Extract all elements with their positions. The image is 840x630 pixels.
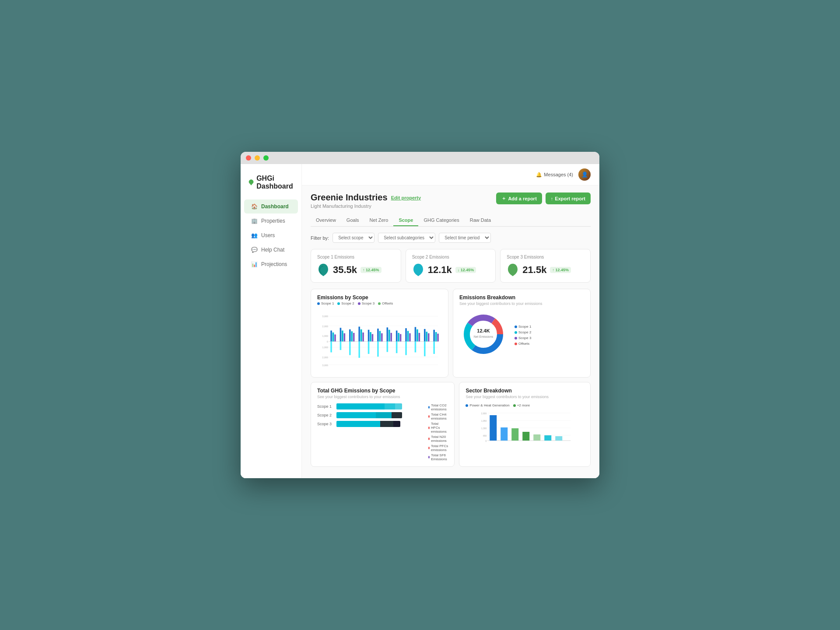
seg-ch4-s3 [380,421,393,427]
donut-offsets-label: Offsets [518,342,529,346]
plus-icon: ＋ [501,195,506,202]
donut-legend-offsets: Offsets [514,342,531,346]
stacked-row-scope1: Scope 1 [317,403,424,410]
tab-goals[interactable]: Goals [341,215,364,226]
chart-icon: 📊 [251,261,258,267]
ghg-legend-hfc: Total HFCs emissions [428,422,448,434]
window-chrome [241,152,599,164]
svg-rect-54 [424,329,426,342]
edit-property-link[interactable]: Edit property [391,195,421,200]
svg-rect-61 [330,341,332,352]
avatar-image: 👤 [578,168,591,181]
svg-rect-60 [437,334,439,342]
offsets-color-dot [378,302,381,305]
svg-rect-38 [387,327,388,341]
page-title-section: Greenie Industries Edit property Light M… [311,192,421,209]
donut-legend-scope1: Scope 1 [514,325,531,329]
scope-2-title: Scope 2 Emissions [412,255,490,259]
pfc-label: Total PFCs emissions [431,444,448,452]
tab-ghg-categories[interactable]: GHG Categories [418,215,464,226]
tab-scope[interactable]: Scope [393,215,418,226]
add-report-button[interactable]: ＋ Add a report [496,192,542,204]
close-btn[interactable] [246,155,251,161]
stacked-label-scope3: Scope 3 [317,422,334,426]
svg-rect-48 [409,333,411,342]
svg-text:Net Emissions: Net Emissions [474,335,494,338]
svg-rect-43 [398,333,399,342]
timeperiod-filter[interactable]: Select time period [439,233,491,243]
scope-1-body: 35.5k ↑ 12.45% [317,263,395,277]
svg-rect-31 [370,332,371,341]
svg-rect-92 [523,432,530,441]
stacked-row-scope2: Scope 2 [317,412,424,418]
svg-rect-95 [556,436,563,441]
scope-1-leaf-icon [317,263,329,277]
svg-text:1,950: 1,950 [481,420,487,422]
scope-3-badge: ↑ 12.45% [550,267,571,273]
sidebar-item-label: Properties [261,218,285,224]
sidebar-item-users[interactable]: 👥 Users [241,228,301,242]
svg-rect-39 [388,330,390,342]
donut-scope3-dot [514,337,517,340]
n2o-label: Total N20 emissions [431,435,448,443]
svg-rect-66 [377,341,379,357]
svg-rect-89 [490,415,497,441]
home-icon: 🏠 [251,203,258,210]
donut-legend-scope3: Scope 3 [514,336,531,340]
donut-scope3-label: Scope 3 [518,336,531,340]
avatar[interactable]: 👤 [578,168,591,181]
scope1-legend-label: Scope 1 [321,301,334,305]
scope-1-title: Scope 1 Emissions [317,255,395,259]
more-dot [513,404,516,407]
seg-hfc-s1 [395,403,402,410]
chat-icon: 💬 [251,247,258,253]
scope2-legend-label: Scope 2 [341,301,354,305]
svg-rect-40 [390,333,392,342]
svg-text:1,000: 1,000 [322,335,328,337]
seg-ch4-s2 [376,412,392,418]
export-report-button[interactable]: ↑ Export report [546,192,591,204]
scope1-color-dot [317,302,320,305]
donut-scope1-label: Scope 1 [518,325,531,329]
hfc-label: Total HFCs emissions [431,422,448,434]
tab-raw-data[interactable]: Raw Data [465,215,496,226]
header-actions: ＋ Add a report ↑ Export report [496,192,591,204]
emissions-by-scope-title: Emissions by Scope [317,294,442,301]
scope-1-card: Scope 1 Emissions 35.5k ↑ 12.45% [311,249,401,283]
sf6-label: Total SF6 Emissions [431,453,448,461]
co2-dot [428,406,430,409]
logo-text: GHGi Dashboard [256,175,294,190]
scope-1-value: 35.5k [333,264,357,276]
legend-scope1: Scope 1 [317,301,334,305]
svg-rect-32 [372,334,374,342]
svg-rect-30 [368,330,370,342]
donut-scope1-dot [514,326,517,328]
sidebar-item-help-chat[interactable]: 💬 Help Chat [241,243,301,257]
page-subtitle: Light Manufacturing Industry [311,203,421,209]
scope-3-body: 21.5k ↑ 12.45% [507,263,584,277]
tab-netzero[interactable]: Net Zero [364,215,394,226]
scope-2-body: 12.1k ↓ 12.45% [412,263,490,277]
sidebar-item-dashboard[interactable]: 🏠 Dashboard [241,200,301,214]
sidebar-item-projections[interactable]: 📊 Projections [241,257,301,271]
export-icon: ↑ [551,196,553,201]
notifications[interactable]: 🔔 Messages (4) [536,172,573,178]
minimize-btn[interactable] [255,155,260,161]
tab-overview[interactable]: Overview [311,215,341,226]
scope-filter[interactable]: Select scope [332,233,374,243]
maximize-btn[interactable] [263,155,269,161]
svg-rect-14 [330,331,332,342]
donut-container: 12.4K Net Emissions Scope 1 [459,310,584,360]
sidebar-item-properties[interactable]: 🏢 Properties [241,214,301,228]
scope-2-leaf-icon [412,263,424,277]
svg-rect-26 [358,327,360,342]
ghg-legend-pfc: Total PFCs emissions [428,444,448,452]
svg-rect-52 [419,333,420,342]
donut-scope2-label: Scope 2 [518,330,531,334]
ch4-label: Total CH4 emissions [431,413,448,420]
donut-chart-svg: 12.4K Net Emissions [459,310,508,358]
scope3-legend-label: Scope 3 [362,301,374,305]
subcategory-filter[interactable]: Select subcategories [378,233,435,243]
stacked-row-scope3: Scope 3 [317,421,424,427]
users-icon: 👥 [251,232,258,238]
